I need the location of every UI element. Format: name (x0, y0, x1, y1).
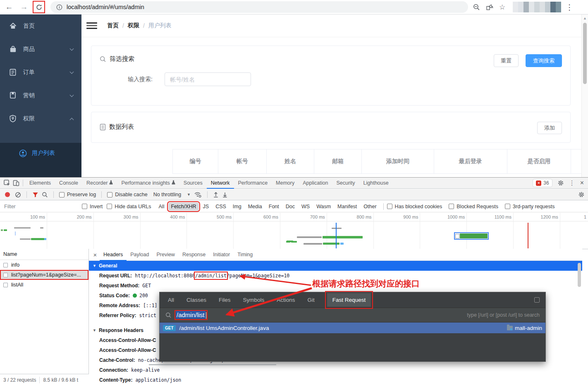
zoom-out-icon[interactable] (473, 4, 480, 11)
sidebar-item-首页[interactable]: 首页 (0, 14, 81, 38)
export-har-icon[interactable] (222, 192, 228, 198)
devtools-tab-performance-insights[interactable]: Performance insights (117, 178, 179, 189)
page-info-icon[interactable] (56, 4, 62, 10)
filter-chip-img[interactable]: Img (230, 202, 244, 211)
inspect-element-icon[interactable] (2, 179, 12, 187)
preserve-log-checkbox[interactable]: Preserve log (59, 192, 96, 197)
bookmark-star-icon[interactable]: ☆ (499, 3, 505, 12)
disable-cache-checkbox[interactable]: Disable cache (107, 192, 148, 197)
settings-gear-icon[interactable] (557, 180, 564, 186)
devtools-tab-security[interactable]: Security (332, 178, 359, 189)
detail-tab-initiator[interactable]: Initiator (209, 249, 234, 261)
breadcrumb-item-用户列表[interactable]: 用户列表 (148, 22, 172, 29)
devtools-tab-sources[interactable]: Sources (179, 178, 207, 189)
network-conditions-icon[interactable] (194, 191, 202, 198)
address-bar[interactable]: localhost/admin/#/ums/admin (50, 1, 468, 13)
detail-close-icon[interactable]: × (91, 251, 100, 258)
popup-search-input[interactable]: /admin/list (176, 311, 206, 319)
filter-chip-font[interactable]: Font (266, 202, 282, 211)
filter-chip-wasm[interactable]: Wasm (314, 202, 333, 211)
popup-window-icon[interactable] (534, 297, 540, 303)
forward-icon[interactable]: → (18, 1, 30, 13)
devtools-tab-lighthouse[interactable]: Lighthouse (359, 178, 393, 189)
sidebar-subitem-用户列表[interactable]: 用户列表 (0, 143, 81, 164)
filter-chip-doc[interactable]: Doc (283, 202, 297, 211)
devtools-tab-memory[interactable]: Memory (272, 178, 299, 189)
sidebar-item-订单[interactable]: 订单 (0, 61, 81, 84)
breadcrumb-item-权限[interactable]: 权限 (128, 22, 139, 29)
import-har-icon[interactable] (213, 192, 219, 198)
issues-badge[interactable]: × 36 (533, 179, 552, 187)
detail-tab-preview[interactable]: Preview (153, 249, 178, 261)
scroll-up-icon[interactable]: ▲ (582, 14, 588, 20)
share-icon[interactable] (486, 4, 493, 11)
devtools-menu-icon[interactable]: ⋮ (569, 179, 575, 187)
checkbox-label: 3rd-party requests (513, 204, 555, 209)
devtools-tab-console[interactable]: Console (55, 178, 82, 189)
detail-tab-timing[interactable]: Timing (234, 249, 256, 261)
filter-chip-fetch-xhr[interactable]: Fetch/XHR (168, 202, 198, 211)
detail-scrollbar[interactable] (576, 261, 582, 385)
filter-checkbox-3rd-party-requests[interactable]: 3rd-party requests (505, 204, 555, 209)
hide-data-urls-checkbox[interactable]: Hide data URLs (107, 204, 151, 209)
filter-chip-css[interactable]: CSS (213, 202, 229, 211)
devtools-tab-performance[interactable]: Performance (234, 178, 272, 189)
name-column-header[interactable]: Name (0, 249, 88, 260)
record-icon[interactable] (5, 192, 10, 197)
devtools-tabbar: ElementsConsoleRecorderPerformance insig… (0, 178, 588, 189)
hamburger-icon[interactable] (86, 21, 97, 31)
account-search-input[interactable] (165, 72, 251, 86)
filter-checkbox-has-blocked-cookies[interactable]: Has blocked cookies (387, 204, 442, 209)
devtools-tab-application[interactable]: Application (299, 178, 332, 189)
popup-tab-classes[interactable]: Classes (186, 297, 206, 303)
devtools-tab-recorder[interactable]: Recorder (82, 178, 117, 189)
reset-button[interactable]: 重置 (494, 54, 519, 67)
filter-chip-media[interactable]: Media (246, 202, 265, 211)
request-row[interactable]: info (0, 260, 88, 270)
sidebar-item-权限[interactable]: 权限 (0, 107, 81, 130)
popup-tab-fast-request[interactable]: Fast Request (327, 293, 371, 307)
network-filter-input[interactable] (3, 203, 82, 210)
sidebar-subitem-角色列表[interactable]: 角色列表 (0, 171, 81, 177)
popup-tab-git[interactable]: Git (308, 297, 315, 303)
filter-checkbox-blocked-requests[interactable]: Blocked Requests (449, 204, 498, 209)
invert-checkbox[interactable]: Invert (82, 204, 103, 209)
detail-tab-response[interactable]: Response (179, 249, 209, 261)
detail-tab-headers[interactable]: Headers (100, 249, 127, 261)
device-toolbar-icon[interactable] (12, 179, 21, 187)
popup-result-row[interactable]: GET /admin/list UmsAdminController.java … (160, 322, 545, 333)
sidebar-item-label: 首页 (23, 22, 73, 30)
selected-request-waterfall-bar[interactable] (454, 232, 489, 240)
filter-chip-js[interactable]: JS (201, 202, 212, 211)
back-icon[interactable]: ← (3, 1, 15, 13)
devtools-tab-network[interactable]: Network (207, 178, 234, 189)
breadcrumb-item-首页[interactable]: 首页 (107, 22, 119, 29)
devtools-close-icon[interactable]: × (580, 179, 584, 187)
filter-chip-other[interactable]: Other (361, 202, 379, 211)
filter-chip-ws[interactable]: WS (299, 202, 312, 211)
throttling-select[interactable]: No throttling▼ (153, 192, 191, 197)
general-section-header[interactable]: ▼ General (89, 261, 582, 271)
devtools-tab-elements[interactable]: Elements (25, 178, 55, 189)
request-row[interactable]: listAll (0, 280, 88, 290)
browser-menu-icon[interactable]: ⋮ (564, 1, 575, 13)
popup-tab-files[interactable]: Files (219, 297, 231, 303)
detail-tab-payload[interactable]: Payload (127, 249, 153, 261)
sidebar-item-商品[interactable]: 商品 (0, 38, 81, 61)
popup-tab-symbols[interactable]: Symbols (243, 297, 265, 303)
filter-chip-all[interactable]: All (156, 202, 167, 211)
network-settings-gear-icon[interactable] (578, 191, 585, 198)
filter-chip-manifest[interactable]: Manifest (335, 202, 359, 211)
popup-tab-all[interactable]: All (168, 297, 174, 303)
refresh-button[interactable] (33, 1, 45, 13)
request-row[interactable]: list?pageNum=1&pageSize=... (0, 270, 88, 280)
filter-funnel-icon[interactable] (32, 192, 38, 198)
clear-icon[interactable] (15, 192, 21, 198)
page-scrollbar[interactable]: ▲ (581, 14, 588, 177)
add-button[interactable]: 添加 (537, 122, 562, 134)
sidebar-item-营销[interactable]: 营销 (0, 84, 81, 107)
query-search-button[interactable]: 查询搜索 (526, 54, 562, 67)
network-overview-timeline[interactable]: 100 ms200 ms300 ms400 ms500 ms600 ms700 … (0, 213, 588, 249)
popup-tab-actions[interactable]: Actions (277, 297, 295, 303)
search-network-icon[interactable] (42, 192, 48, 198)
